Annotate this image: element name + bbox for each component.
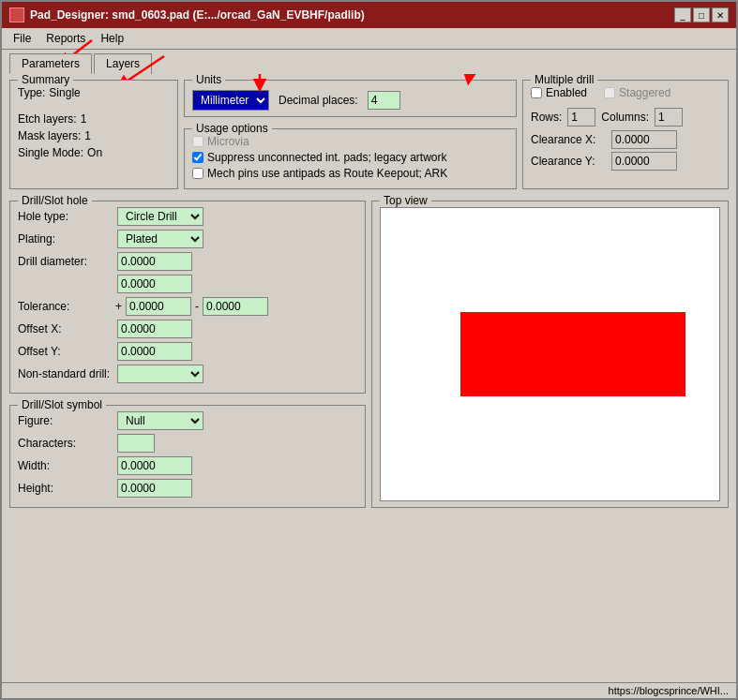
plating-select-wrapper: Plated Non-Plated bbox=[117, 230, 203, 248]
multiple-drill-title: Multiple drill bbox=[531, 74, 597, 86]
plus-sign: + bbox=[115, 300, 122, 313]
top-section: Summary Type: Single Etch layers: 1 Mask… bbox=[9, 80, 729, 195]
offset-x-label: Offset X: bbox=[18, 322, 112, 335]
usage-panel: Usage options Microvia Suppress unconnec… bbox=[184, 128, 517, 189]
tab-parameters[interactable]: Parameters bbox=[9, 53, 92, 74]
menu-reports[interactable]: Reports bbox=[38, 30, 93, 47]
figure-select[interactable]: Null Circle Square Triangle bbox=[118, 412, 203, 429]
plating-label: Plating: bbox=[18, 232, 112, 246]
characters-input[interactable] bbox=[117, 434, 155, 453]
symbol-width-input[interactable] bbox=[117, 456, 192, 475]
main-window: Pad_Designer: smd_0603.pad (E:.../orcad_… bbox=[0, 0, 738, 700]
mask-value: 1 bbox=[84, 129, 91, 142]
drill-slot-panel: Drill/Slot hole Hole type: Circle Drill … bbox=[9, 201, 366, 394]
menu-help[interactable]: Help bbox=[93, 30, 131, 47]
microvia-row: Microvia bbox=[192, 135, 508, 148]
units-select-wrapper[interactable]: Millimeter Inch Mils bbox=[192, 90, 269, 111]
suppress-checkbox[interactable] bbox=[192, 152, 203, 163]
mask-row: Mask layers: 1 bbox=[18, 129, 170, 142]
title-bar: Pad_Designer: smd_0603.pad (E:.../orcad_… bbox=[2, 2, 736, 28]
close-button[interactable]: ✕ bbox=[712, 7, 729, 22]
mode-value: On bbox=[87, 146, 102, 159]
plating-row: Plating: Plated Non-Plated bbox=[18, 230, 357, 248]
tolerance-plus-input[interactable] bbox=[126, 297, 191, 316]
type-value: Single bbox=[49, 86, 80, 99]
cols-input[interactable] bbox=[655, 108, 683, 127]
summary-title: Summary bbox=[18, 74, 73, 86]
status-text: https://blogcsprince/WHI... bbox=[609, 685, 729, 696]
bottom-section: Drill/Slot hole Hole type: Circle Drill … bbox=[9, 201, 729, 514]
content-area: Summary Type: Single Etch layers: 1 Mask… bbox=[2, 74, 736, 682]
drill-slot-title: Drill/Slot hole bbox=[18, 194, 92, 207]
non-standard-select-wrapper bbox=[117, 365, 203, 383]
hole-type-select[interactable]: Circle Drill Square Drill Slot bbox=[118, 208, 203, 225]
rows-label: Rows: bbox=[531, 111, 562, 124]
menu-file[interactable]: File bbox=[6, 30, 38, 47]
staggered-checkbox[interactable] bbox=[604, 87, 615, 98]
enabled-row: Enabled Staggered bbox=[531, 86, 720, 99]
rows-input[interactable] bbox=[567, 108, 595, 127]
etch-label: Etch layers: bbox=[18, 112, 77, 126]
multiple-drill-panel: Multiple drill Enabled Staggered Rows: C… bbox=[522, 80, 729, 189]
hole-type-label: Hole type: bbox=[18, 210, 112, 223]
top-view-area bbox=[380, 207, 720, 501]
offset-y-row: Offset Y: bbox=[18, 342, 357, 361]
enabled-checkbox[interactable] bbox=[531, 87, 542, 98]
decimal-label: Decimal places: bbox=[279, 94, 358, 107]
clearance-x-input[interactable] bbox=[611, 130, 677, 149]
mech-checkbox[interactable] bbox=[192, 168, 203, 179]
symbol-height-label: Height: bbox=[18, 482, 112, 495]
microvia-checkbox[interactable] bbox=[192, 136, 203, 147]
clearance-x-row: Clearance X: bbox=[531, 130, 720, 149]
drill-diameter-row2 bbox=[18, 275, 357, 293]
tab-layers[interactable]: Layers bbox=[94, 53, 152, 74]
characters-row: Characters: bbox=[18, 434, 357, 453]
pad-shape-rect bbox=[460, 312, 685, 396]
non-standard-row: Non-standard drill: bbox=[18, 365, 357, 383]
figure-label: Figure: bbox=[18, 414, 112, 427]
top-view-panel: Top view bbox=[371, 201, 729, 508]
type-row: Type: Single bbox=[18, 86, 170, 99]
offset-y-input[interactable] bbox=[117, 342, 192, 361]
svg-line-7 bbox=[469, 74, 478, 79]
figure-select-wrapper: Null Circle Square Triangle bbox=[117, 411, 203, 430]
title-controls: _ □ ✕ bbox=[674, 7, 729, 22]
usage-title: Usage options bbox=[192, 122, 272, 135]
drill-diameter-input[interactable] bbox=[117, 252, 192, 271]
drill-diameter-label: Drill diameter: bbox=[18, 255, 112, 268]
plating-select[interactable]: Plated Non-Plated bbox=[118, 231, 203, 247]
middle-panels: Units Millimeter Inch Mils Decimal place… bbox=[184, 80, 517, 195]
tolerance-minus-input[interactable] bbox=[203, 297, 268, 316]
tolerance-label: Tolerance: bbox=[18, 300, 112, 313]
menu-bar: File Reports Help bbox=[2, 28, 736, 50]
decimal-input[interactable] bbox=[368, 91, 400, 110]
symbol-height-row: Height: bbox=[18, 479, 357, 498]
offset-y-label: Offset Y: bbox=[18, 345, 112, 358]
suppress-row: Suppress unconnected int. pads; legacy a… bbox=[192, 151, 508, 164]
staggered-label: Staggered bbox=[619, 86, 670, 99]
clearance-x-label: Clearance X: bbox=[531, 133, 606, 146]
units-row: Millimeter Inch Mils Decimal places: bbox=[192, 90, 508, 111]
app-icon bbox=[9, 7, 24, 22]
offset-x-row: Offset X: bbox=[18, 320, 357, 338]
clearance-y-input[interactable] bbox=[611, 152, 677, 171]
non-standard-select[interactable] bbox=[118, 365, 203, 382]
tolerance-row: Tolerance: + - bbox=[18, 297, 357, 316]
drill-symbol-title: Drill/Slot symbol bbox=[18, 398, 106, 411]
bottom-left: Drill/Slot hole Hole type: Circle Drill … bbox=[9, 201, 366, 514]
maximize-button[interactable]: □ bbox=[693, 7, 710, 22]
mask-label: Mask layers: bbox=[18, 129, 81, 142]
title-bar-left: Pad_Designer: smd_0603.pad (E:.../orcad_… bbox=[9, 7, 365, 22]
mech-label: Mech pins use antipads as Route Keepout;… bbox=[207, 167, 447, 180]
minimize-button[interactable]: _ bbox=[674, 7, 691, 22]
minus-sign: - bbox=[195, 300, 199, 313]
offset-x-input[interactable] bbox=[117, 320, 192, 338]
drill-diameter-input2[interactable] bbox=[117, 275, 192, 293]
tab-bar: Parameters Layers bbox=[2, 50, 736, 74]
units-select[interactable]: Millimeter Inch Mils bbox=[193, 92, 268, 109]
clearance-y-label: Clearance Y: bbox=[531, 155, 606, 168]
top-view-title: Top view bbox=[380, 194, 431, 207]
symbol-height-input[interactable] bbox=[117, 479, 192, 498]
drill-diameter-row: Drill diameter: bbox=[18, 252, 357, 271]
arrow-to-decimal bbox=[422, 74, 497, 90]
